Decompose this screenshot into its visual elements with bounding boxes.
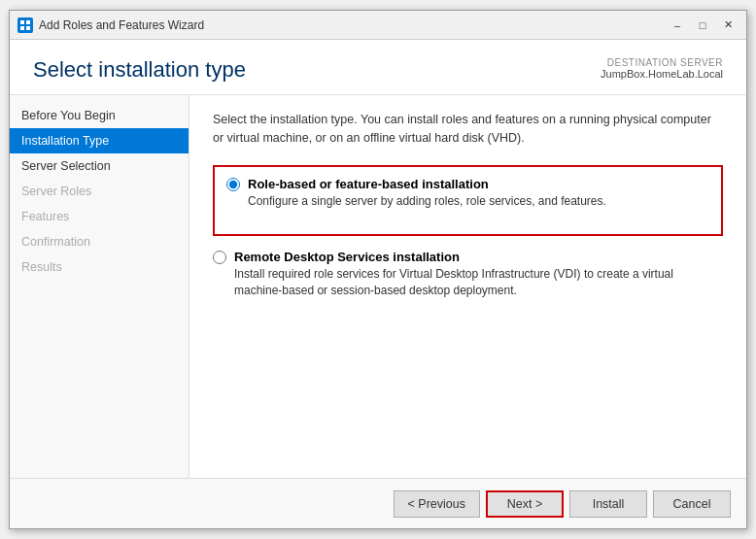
destination-label: DESTINATION SERVER [601, 57, 723, 68]
footer: < Previous Next > Install Cancel [10, 478, 746, 528]
description-text: Select the installation type. You can in… [213, 111, 723, 148]
install-button[interactable]: Install [569, 490, 647, 518]
app-icon [17, 17, 33, 33]
option2-radio[interactable] [213, 251, 226, 264]
destination-server-name: JumpBox.HomeLab.Local [601, 68, 723, 80]
previous-button[interactable]: < Previous [394, 490, 480, 518]
window-controls: – □ ✕ [667, 16, 739, 35]
sidebar-item-confirmation: Confirmation [10, 229, 189, 254]
cancel-button[interactable]: Cancel [653, 490, 731, 518]
option1-label: Role-based or feature-based installation [248, 177, 489, 191]
svg-rect-1 [26, 20, 30, 24]
right-panel: Select the installation type. You can in… [189, 95, 746, 478]
svg-rect-0 [20, 20, 24, 24]
sidebar-item-before-you-begin[interactable]: Before You Begin [10, 103, 189, 128]
next-button[interactable]: Next > [486, 490, 564, 518]
svg-rect-3 [26, 26, 30, 30]
sidebar-item-server-selection[interactable]: Server Selection [10, 153, 189, 179]
sidebar-item-results: Results [10, 254, 189, 280]
option2-label: Remote Desktop Services installation [234, 250, 460, 264]
maximize-button[interactable]: □ [692, 16, 713, 35]
sidebar-item-server-roles: Server Roles [10, 179, 189, 204]
title-bar: Add Roles and Features Wizard – □ ✕ [10, 11, 746, 40]
option2-header: Remote Desktop Services installation [213, 250, 723, 264]
option1-item: Role-based or feature-based installation… [226, 177, 709, 210]
title-bar-text: Add Roles and Features Wizard [39, 18, 667, 32]
wizard-window: Add Roles and Features Wizard – □ ✕ Sele… [9, 10, 747, 529]
main-body: Before You Begin Installation Type Serve… [10, 95, 746, 478]
sidebar-item-features: Features [10, 204, 189, 229]
option1-radio[interactable] [226, 178, 240, 191]
close-button[interactable]: ✕ [717, 16, 739, 35]
header-section: Select installation type DESTINATION SER… [10, 40, 746, 95]
minimize-button[interactable]: – [667, 16, 688, 35]
svg-rect-2 [20, 26, 24, 30]
page-title: Select installation type [33, 57, 246, 83]
destination-server-info: DESTINATION SERVER JumpBox.HomeLab.Local [601, 57, 723, 80]
sidebar-item-installation-type[interactable]: Installation Type [10, 128, 189, 153]
content-area: Select installation type DESTINATION SER… [10, 40, 746, 528]
option1-description: Configure a single server by adding role… [248, 193, 709, 210]
option2-item: Remote Desktop Services installation Ins… [213, 250, 723, 299]
option1-header: Role-based or feature-based installation [226, 177, 709, 191]
option2-description: Install required role services for Virtu… [234, 266, 723, 299]
sidebar: Before You Begin Installation Type Serve… [10, 95, 189, 478]
option1-box: Role-based or feature-based installation… [213, 165, 723, 237]
